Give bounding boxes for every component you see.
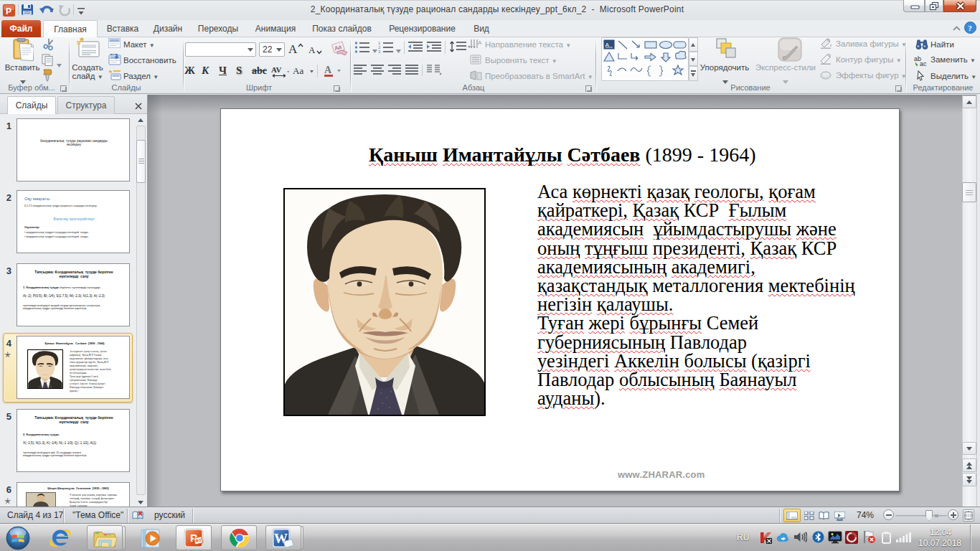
svg-text:P: P <box>6 6 11 17</box>
svg-text:3: 3 <box>378 50 381 54</box>
svg-text:AV: AV <box>271 65 282 74</box>
svg-text:A: A <box>478 39 482 46</box>
svg-text:ac: ac <box>920 60 927 67</box>
svg-text:A: A <box>606 42 610 48</box>
svg-text:?: ? <box>968 24 972 32</box>
svg-text:A: A <box>308 44 316 55</box>
svg-text:A: A <box>324 65 332 75</box>
svg-text:Aa: Aa <box>293 65 303 76</box>
svg-text:A: A <box>288 42 298 56</box>
